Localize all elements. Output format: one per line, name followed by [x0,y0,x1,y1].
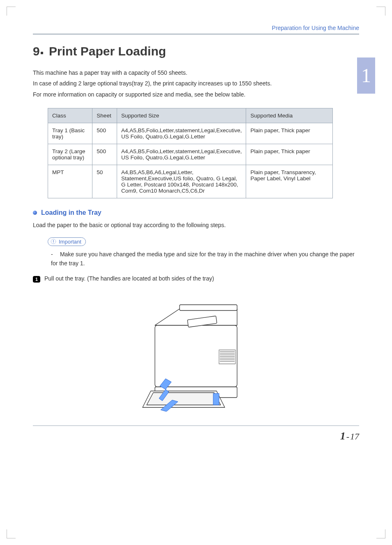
header-breadcrumb: Preparation for Using the Machine [33,25,359,31]
svg-rect-3 [155,325,237,387]
page-number: 1-17 [33,430,359,442]
paper-tray-table: Class Sheet Supported Size Supported Med… [48,108,333,198]
cell-media: Plain paper, Thick paper [246,144,333,165]
crop-mark [376,529,385,538]
bullet-icon [33,211,37,215]
printer-illustration-icon [126,288,266,412]
cell-class: Tray 2 (Large optional tray) [48,144,92,165]
footer-page: 17 [350,431,359,442]
section-title: 9 Print Paper Loading [33,44,359,58]
step-text: Pull out the tray. (The handles are loca… [44,275,214,282]
th-media: Supported Media [246,108,333,123]
list-dash: - [51,250,58,259]
important-list: - Make sure you have changed the media t… [51,250,359,268]
cell-class: MPT [48,165,92,198]
cell-size: A4,B5,A5,B6,A6,Legal,Letter, Statement,E… [117,165,246,198]
step-number-badge: 1 [33,276,40,283]
cell-sheet: 50 [92,165,117,198]
th-size: Supported Size [117,108,246,123]
intro-line: For more information on capacity or supp… [33,90,359,99]
subsection-intro: Load the paper to the basic or optional … [33,221,359,230]
th-class: Class [48,108,92,123]
footer-chapter: 1 [340,430,346,442]
cell-class: Tray 1 (Basic tray) [48,123,92,144]
intro-line: This machine has a paper tray with a cap… [33,68,359,77]
important-label: Important [59,239,81,245]
cell-media: Plain paper, Transparency, Paper Label, … [246,165,333,198]
th-sheet: Sheet [92,108,117,123]
step-row: 1 Pull out the tray. (The handles are lo… [33,275,359,283]
cell-sheet: 500 [92,123,117,144]
subsection-title: Loading in the Tray [41,209,101,216]
important-badge: Important [48,237,86,246]
intro-line: In case of adding 2 large optional trays… [33,79,359,88]
footer-rule [33,425,359,426]
crop-mark [7,7,16,16]
cell-sheet: 500 [92,144,117,165]
warning-icon [51,239,56,244]
svg-rect-1 [53,240,53,242]
svg-rect-5 [180,305,237,310]
svg-rect-21 [213,393,219,405]
section-number: 9 [33,44,40,58]
important-item: Make sure you have changed the media typ… [51,251,355,267]
section-title-text: Print Paper Loading [49,44,166,58]
svg-rect-2 [53,242,53,243]
chapter-tab: 1 [357,57,375,94]
cell-media: Plain paper, Thick paper [246,123,333,144]
svg-marker-17 [147,393,221,405]
intro-block: This machine has a paper tray with a cap… [33,68,359,99]
table-row: Tray 2 (Large optional tray) 500 A4,A5,B… [48,144,333,165]
cell-size: A4,A5,B5,Folio,Letter,statement,Legal,Ex… [117,123,246,144]
printer-figure [33,288,359,413]
crop-mark [7,529,16,538]
subsection-heading: Loading in the Tray [33,209,359,216]
table-row: Tray 1 (Basic tray) 500 A4,A5,B5,Folio,L… [48,123,333,144]
cell-size: A4,A5,B5,Folio,Letter,statement,Legal,Ex… [117,144,246,165]
title-dot-icon [41,52,43,54]
crop-mark [376,7,385,16]
table-row: MPT 50 A4,B5,A5,B6,A6,Legal,Letter, Stat… [48,165,333,198]
header-rule [33,34,359,34]
